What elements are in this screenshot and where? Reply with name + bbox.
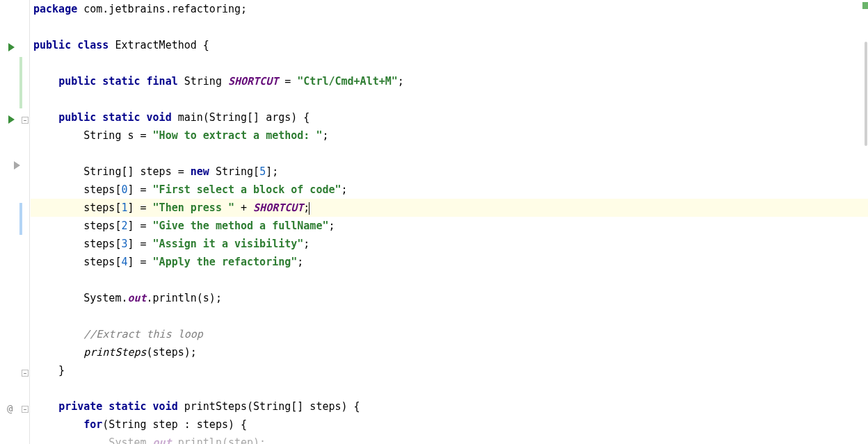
t bbox=[33, 418, 83, 431]
code-line[interactable] bbox=[31, 379, 868, 397]
t: (steps); bbox=[147, 346, 197, 359]
t: package bbox=[33, 3, 77, 15]
t: String bbox=[184, 75, 228, 88]
vcs-marker-added[interactable] bbox=[19, 57, 22, 108]
code-line-active[interactable]: steps[1] = "Then press " + SHORTCUT; bbox=[31, 199, 868, 217]
t: = bbox=[278, 75, 297, 88]
scrollbar-marker-ok[interactable] bbox=[862, 2, 868, 9]
t: 5 bbox=[259, 165, 266, 178]
t: public static final bbox=[58, 75, 184, 88]
caret bbox=[309, 202, 310, 215]
t: String[] steps = bbox=[33, 165, 191, 178]
t: ; bbox=[322, 129, 328, 142]
t: printSteps(String[] steps) bbox=[184, 400, 354, 413]
code-line[interactable]: System.out.println(step); bbox=[31, 434, 868, 444]
t: com.jetbrains.refactoring; bbox=[77, 3, 247, 15]
scrollbar-thumb[interactable] bbox=[865, 42, 867, 146]
override-icon[interactable]: @ bbox=[7, 403, 13, 414]
t: private static void bbox=[58, 400, 184, 413]
t: steps[ bbox=[33, 183, 121, 196]
code-line[interactable]: //Extract this loop bbox=[31, 325, 868, 343]
t: { bbox=[203, 39, 209, 51]
t: "Ctrl/Cmd+Alt+M" bbox=[297, 75, 398, 88]
code-line[interactable]: package com.jetbrains.refactoring; bbox=[31, 0, 868, 18]
t: String s = bbox=[33, 129, 153, 142]
code-line[interactable] bbox=[31, 54, 868, 72]
t: ] = bbox=[127, 183, 152, 196]
code-line[interactable]: printSteps(steps); bbox=[31, 343, 868, 361]
code-line[interactable]: steps[2] = "Give the method a fullName"; bbox=[31, 217, 868, 235]
code-line[interactable]: private static void printSteps(String[] … bbox=[31, 397, 868, 416]
code-line[interactable]: steps[3] = "Assign it a visibility"; bbox=[31, 235, 868, 253]
t: System. bbox=[33, 292, 127, 304]
t bbox=[33, 75, 58, 88]
code-editor: @ package com.jetbrains.refactoring; pub… bbox=[0, 0, 868, 444]
t: } bbox=[33, 364, 65, 377]
t: System. bbox=[33, 436, 153, 444]
t: steps[ bbox=[33, 220, 121, 232]
t: printSteps bbox=[83, 346, 146, 359]
t: ] = bbox=[127, 202, 152, 214]
code-line[interactable]: String s = "How to extract a method: "; bbox=[31, 126, 868, 145]
t: SHORTCUT bbox=[228, 75, 278, 88]
t bbox=[33, 400, 58, 413]
code-line[interactable]: steps[4] = "Apply the refactoring"; bbox=[31, 253, 868, 271]
t: (String step : steps) bbox=[102, 418, 241, 431]
code-line[interactable]: String[] steps = new String[5]; bbox=[31, 163, 868, 181]
t: //Extract this loop bbox=[33, 328, 203, 340]
fold-toggle-printsteps[interactable] bbox=[22, 406, 29, 413]
code-line[interactable] bbox=[31, 90, 868, 108]
code-line[interactable] bbox=[31, 18, 868, 36]
vcs-marker-modified[interactable] bbox=[19, 203, 22, 235]
scrollbar[interactable] bbox=[862, 0, 868, 444]
t: public class bbox=[33, 39, 115, 51]
t: ]; bbox=[266, 165, 278, 178]
t: steps[ bbox=[33, 238, 121, 250]
t: for bbox=[83, 418, 102, 431]
t: ; bbox=[398, 75, 404, 88]
t: ; bbox=[297, 256, 303, 268]
t: .println(s); bbox=[147, 292, 222, 304]
t: "Then press " bbox=[153, 202, 234, 214]
t: out bbox=[127, 292, 146, 304]
code-area[interactable]: package com.jetbrains.refactoring; publi… bbox=[31, 0, 868, 444]
t: steps[ bbox=[33, 256, 121, 268]
t: ExtractMethod bbox=[115, 39, 202, 51]
t: ; bbox=[341, 183, 348, 196]
t: ] = bbox=[127, 238, 152, 250]
fold-toggle-main[interactable] bbox=[22, 117, 29, 124]
t: ] = bbox=[127, 256, 152, 268]
t: { bbox=[241, 418, 247, 431]
t: ; bbox=[328, 220, 335, 232]
t: .println(step); bbox=[172, 436, 266, 444]
gutter-separator bbox=[29, 0, 30, 444]
t: "First select a block of code" bbox=[153, 183, 341, 196]
run-line-icon[interactable] bbox=[14, 161, 24, 171]
t: "Assign it a visibility" bbox=[153, 238, 304, 250]
code-line[interactable] bbox=[31, 145, 868, 163]
t: { bbox=[303, 111, 310, 124]
code-line[interactable] bbox=[31, 307, 868, 325]
t: + bbox=[234, 202, 253, 214]
run-class-icon[interactable] bbox=[8, 43, 18, 53]
gutter[interactable]: @ bbox=[0, 0, 31, 444]
code-line[interactable]: steps[0] = "First select a block of code… bbox=[31, 181, 868, 199]
t: steps[ bbox=[33, 202, 121, 214]
code-line[interactable]: public class ExtractMethod { bbox=[31, 36, 868, 54]
code-line[interactable]: System.out.println(s); bbox=[31, 289, 868, 307]
t: new bbox=[191, 165, 216, 178]
t: SHORTCUT bbox=[253, 202, 303, 214]
run-main-icon[interactable] bbox=[8, 115, 18, 125]
code-line[interactable]: public static void main(String[] args) { bbox=[31, 108, 868, 126]
t: main(String[] args) bbox=[178, 111, 304, 124]
code-line[interactable] bbox=[31, 271, 868, 289]
fold-toggle-main-end[interactable] bbox=[22, 370, 29, 377]
code-line[interactable]: for(String step : steps) { bbox=[31, 416, 868, 434]
t bbox=[33, 111, 58, 124]
t: { bbox=[354, 400, 360, 413]
code-line[interactable]: public static final String SHORTCUT = "C… bbox=[31, 72, 868, 90]
code-line[interactable]: } bbox=[31, 361, 868, 379]
t: "Apply the refactoring" bbox=[153, 256, 298, 268]
t bbox=[33, 346, 83, 359]
t: out bbox=[153, 436, 172, 444]
